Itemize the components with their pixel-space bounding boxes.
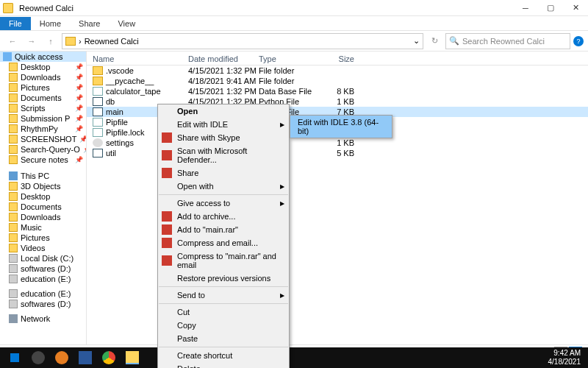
- context-menu-item[interactable]: Copy: [158, 319, 289, 332]
- sidebar-item[interactable]: Pictures📌: [0, 82, 86, 93]
- sidebar-item[interactable]: SCREENSHOT📌: [0, 134, 86, 144]
- submenu-item-idle38[interactable]: Edit with IDLE 3.8 (64-bit): [290, 116, 392, 138]
- context-menu-item[interactable]: Create shortcut: [158, 349, 289, 362]
- sidebar-item[interactable]: education (E:): [0, 274, 86, 284]
- tab-view[interactable]: View: [109, 17, 144, 30]
- sidebar-item[interactable]: Search-Query-O📌: [0, 144, 86, 155]
- file-row[interactable]: calculator_tape4/15/2021 1:32 PMData Bas…: [87, 86, 588, 96]
- breadcrumb[interactable]: Reowned Calci: [85, 37, 139, 46]
- sidebar-network[interactable]: Network: [0, 314, 86, 324]
- menu-icon: [162, 211, 172, 222]
- search-icon: 🔍: [449, 36, 459, 46]
- context-menu-item[interactable]: Compress to "main.rar" and email: [158, 250, 289, 272]
- refresh-button[interactable]: ↻: [426, 33, 442, 49]
- close-button[interactable]: ✕: [563, 0, 588, 16]
- column-headers[interactable]: Name Date modified Type Size: [87, 52, 588, 66]
- back-button[interactable]: ←: [4, 33, 21, 49]
- context-menu-item[interactable]: Delete: [158, 362, 289, 368]
- tab-home[interactable]: Home: [31, 17, 70, 30]
- search-input[interactable]: 🔍 Search Reowned Calci: [445, 33, 570, 49]
- folder-icon: [9, 155, 18, 164]
- sidebar-item[interactable]: Local Disk (C:): [0, 253, 86, 263]
- file-icon: [93, 77, 103, 85]
- forward-button[interactable]: →: [24, 33, 40, 49]
- sidebar-item[interactable]: Downloads: [0, 212, 86, 222]
- file-icon: [93, 149, 103, 158]
- sidebar-item[interactable]: Downloads📌: [0, 72, 86, 82]
- sidebar-item[interactable]: softwares (D:): [0, 299, 86, 309]
- sidebar-item[interactable]: education (E:): [0, 289, 86, 299]
- sidebar-item[interactable]: Documents: [0, 202, 86, 212]
- file-tab[interactable]: File: [0, 17, 31, 30]
- tab-share[interactable]: Share: [70, 17, 109, 30]
- taskbar-chrome[interactable]: [97, 349, 121, 367]
- sidebar-item[interactable]: Videos: [0, 243, 86, 253]
- sidebar-item[interactable]: RhythmPy📌: [0, 124, 86, 134]
- sidebar-item[interactable]: Scripts📌: [0, 103, 86, 113]
- context-menu-item[interactable]: Add to archive...: [158, 210, 289, 223]
- up-button[interactable]: ↑: [43, 33, 59, 49]
- minimize-button[interactable]: ─: [513, 0, 538, 16]
- sidebar-item[interactable]: Desktop: [0, 191, 86, 202]
- sidebar-item[interactable]: Pictures: [0, 233, 86, 243]
- folder-icon: [9, 244, 18, 252]
- network-icon: [9, 314, 18, 323]
- context-menu-item[interactable]: Scan with Microsoft Defender...: [158, 144, 289, 166]
- sidebar-item[interactable]: Documents📌: [0, 93, 86, 103]
- file-icon: [93, 118, 103, 127]
- context-menu-item[interactable]: Restore previous versions: [158, 272, 289, 285]
- address-field[interactable]: › Reowned Calci ⌄: [62, 33, 423, 49]
- help-icon[interactable]: ?: [573, 36, 584, 46]
- folder-icon: [3, 3, 13, 13]
- taskbar-explorer[interactable]: [121, 349, 144, 367]
- idle-submenu[interactable]: Edit with IDLE 3.8 (64-bit): [290, 115, 392, 138]
- sidebar-item[interactable]: softwares (D:): [0, 263, 86, 274]
- sidebar-this-pc[interactable]: This PC: [0, 171, 86, 181]
- sidebar-item[interactable]: Secure notes📌: [0, 155, 86, 165]
- context-menu[interactable]: OpenEdit with IDLE▶Share with SkypeScan …: [157, 104, 290, 368]
- taskbar-app[interactable]: [50, 349, 74, 367]
- context-menu-item[interactable]: Compress and email...: [158, 236, 289, 250]
- context-menu-item[interactable]: Open with▶: [158, 180, 289, 193]
- context-menu-item[interactable]: Edit with IDLE▶: [158, 118, 289, 131]
- maximize-button[interactable]: ▢: [538, 0, 563, 16]
- menu-icon: [162, 238, 172, 248]
- star-icon: [3, 52, 12, 61]
- sidebar-item[interactable]: Desktop📌: [0, 62, 86, 72]
- file-row[interactable]: .vscode4/15/2021 1:32 PMFile folder: [87, 66, 588, 76]
- ribbon: File Home Share View: [0, 16, 588, 31]
- taskbar[interactable]: 9:42 AM 4/18/2021: [0, 347, 588, 368]
- context-menu-item[interactable]: Add to "main.rar": [158, 223, 289, 236]
- col-date[interactable]: Date modified: [188, 54, 259, 63]
- context-menu-item[interactable]: Paste: [158, 332, 289, 345]
- start-button[interactable]: [3, 349, 26, 367]
- context-menu-item[interactable]: Cut: [158, 305, 289, 319]
- col-size[interactable]: Size: [318, 54, 354, 63]
- file-icon: [93, 107, 103, 116]
- sidebar-item[interactable]: Submission P📌: [0, 113, 86, 124]
- folder-icon: [9, 63, 18, 71]
- context-menu-item[interactable]: Share with Skype: [158, 131, 289, 144]
- folder-icon: [65, 37, 76, 46]
- col-name[interactable]: Name: [93, 54, 188, 63]
- file-row[interactable]: __pycache__4/18/2021 9:41 AMFile folder: [87, 76, 588, 86]
- folder-icon: [9, 135, 18, 144]
- folder-icon: [9, 213, 18, 222]
- taskbar-app[interactable]: [74, 349, 97, 367]
- menu-icon: [162, 132, 172, 143]
- system-tray[interactable]: 9:42 AM 4/18/2021: [548, 349, 586, 367]
- context-menu-item[interactable]: Give access to▶: [158, 197, 289, 210]
- col-type[interactable]: Type: [259, 54, 318, 63]
- sidebar-item[interactable]: Music: [0, 222, 86, 233]
- sidebar-quick-access[interactable]: Quick access: [0, 52, 86, 62]
- folder-icon: [9, 104, 18, 113]
- context-menu-item[interactable]: Share: [158, 166, 289, 180]
- context-menu-item[interactable]: Send to▶: [158, 289, 289, 302]
- drive-icon: [9, 275, 18, 283]
- folder-icon: [9, 83, 18, 92]
- taskbar-app[interactable]: [26, 349, 50, 367]
- file-icon: [93, 66, 103, 75]
- context-menu-item[interactable]: Open: [158, 105, 289, 118]
- sidebar-item[interactable]: 3D Objects: [0, 181, 86, 191]
- drive-icon: [9, 289, 18, 298]
